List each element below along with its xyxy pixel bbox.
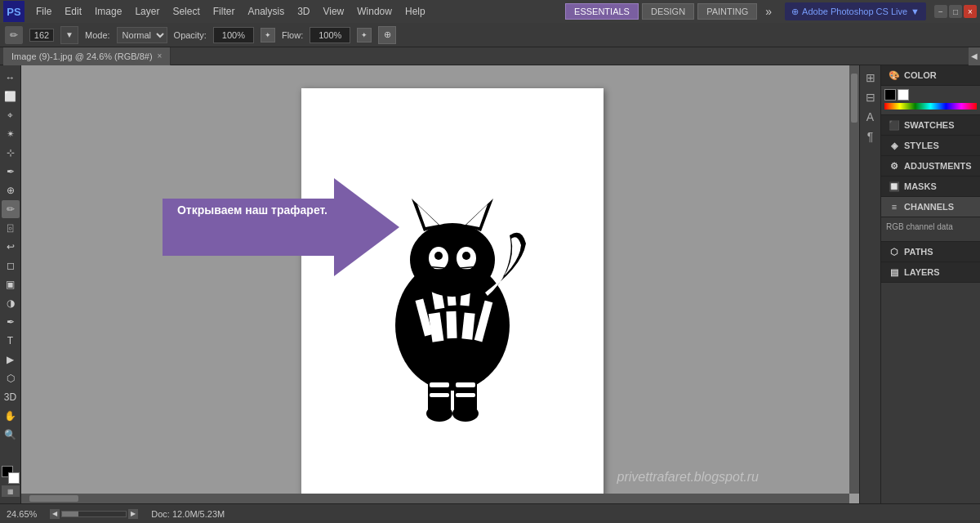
tool-move[interactable]: ↔	[2, 69, 20, 87]
tool-eraser[interactable]: ◻	[2, 257, 20, 275]
restore-button[interactable]: □	[949, 5, 962, 18]
close-button[interactable]: ×	[964, 5, 977, 18]
svg-point-12	[434, 252, 443, 260]
arrow-shape: Открываем наш трафарет.	[163, 178, 399, 276]
workspace-design[interactable]: DESIGN	[642, 3, 694, 20]
zoom-out-button[interactable]: ◀	[50, 509, 60, 519]
brush-picker-button[interactable]: ▼	[60, 26, 78, 44]
panel-layers-header[interactable]: ▤ LAYERS	[881, 262, 980, 283]
tool-clone-stamp[interactable]: ⌻	[2, 219, 20, 237]
panel-channels-header[interactable]: ≡ CHANNELS	[881, 197, 980, 217]
cs-live-button[interactable]: ⊕ Adobe Photoshop CS Live ▼	[785, 2, 926, 20]
panel-adjustments-header[interactable]: ⚙ ADJUSTMENTS	[881, 156, 980, 177]
document-tab[interactable]: Image (9)-1.jpg @ 24.6% (RGB/8#) ×	[3, 47, 171, 65]
document-canvas	[301, 88, 604, 497]
ps-logo: PS	[3, 1, 24, 22]
layers-panel-icon: ▤	[888, 266, 901, 279]
tool-brush[interactable]: ✏	[2, 200, 20, 218]
watermark: privettrafaret.blogspot.ru	[617, 470, 759, 485]
channels-panel-body: RGB channel data	[881, 217, 980, 242]
panel-masks-header[interactable]: 🔲 MASKS	[881, 177, 980, 197]
foreground-background-colors[interactable]	[2, 466, 20, 484]
tool-healing[interactable]: ⊕	[2, 181, 20, 199]
brush-size-input[interactable]: 162	[29, 29, 54, 42]
menu-layer[interactable]: Layer	[128, 0, 166, 23]
doc-size-status: Doc: 12.0M/5.23M	[151, 509, 973, 519]
tool-3d[interactable]: 3D	[2, 388, 20, 406]
menu-filter[interactable]: Filter	[207, 0, 242, 23]
menu-view[interactable]: View	[316, 0, 350, 23]
flow-airbrush-toggle[interactable]: ✦	[357, 28, 372, 42]
opacity-airbrush-toggle[interactable]: ✦	[261, 28, 275, 42]
horizontal-scroll-thumb[interactable]	[29, 495, 78, 502]
background-color[interactable]	[8, 472, 20, 484]
color-spectrum-bar[interactable]	[884, 103, 977, 110]
channels-panel-label: CHANNELS	[904, 202, 973, 212]
tool-dodge[interactable]: ◑	[2, 294, 20, 312]
right-panel-icon-3[interactable]: A	[862, 108, 880, 126]
tool-gradient[interactable]: ▣	[2, 275, 20, 293]
menu-edit[interactable]: Edit	[58, 0, 88, 23]
workspace-essentials[interactable]: ESSENTIALS	[565, 3, 639, 20]
panel-collapse-button[interactable]: ◀	[969, 47, 980, 65]
color-fg[interactable]	[884, 89, 896, 101]
tool-shape[interactable]: ⬡	[2, 369, 20, 387]
svg-rect-31	[456, 382, 475, 387]
horizontal-scrollbar[interactable]	[21, 494, 849, 503]
minimize-button[interactable]: −	[934, 5, 947, 18]
masks-panel-label: MASKS	[904, 181, 973, 191]
tool-pen[interactable]: ✒	[2, 313, 20, 331]
panel-color-header[interactable]: 🎨 COLOR	[881, 65, 980, 86]
tool-zoom[interactable]: 🔍	[2, 426, 20, 444]
tab-bar: Image (9)-1.jpg @ 24.6% (RGB/8#) × ◀	[0, 47, 980, 65]
panel-styles-header[interactable]: ◈ STYLES	[881, 136, 980, 156]
tool-quick-select[interactable]: ✴	[2, 125, 20, 143]
paths-panel-icon: ⬡	[888, 245, 901, 258]
arrow-callout: Открываем наш трафарет.	[163, 178, 399, 276]
main-layout: ↔ ⬜ ⌖ ✴ ⊹ ✒ ⊕ ✏ ⌻ ↩ ◻ ▣ ◑ ✒ T ▶ ⬡ 3D ✋ 🔍…	[0, 65, 980, 503]
current-tool-icon: ✏	[5, 26, 23, 44]
workspace-painting[interactable]: PAINTING	[697, 3, 757, 20]
svg-rect-30	[430, 393, 449, 397]
tool-path-select[interactable]: ▶	[2, 351, 20, 369]
tool-text[interactable]: T	[2, 332, 20, 350]
color-bg[interactable]	[898, 89, 909, 101]
adjustments-panel-label: ADJUSTMENTS	[904, 161, 973, 171]
menu-select[interactable]: Select	[166, 0, 206, 23]
right-panel-icon-4[interactable]: ¶	[862, 127, 880, 145]
quick-mask-mode[interactable]: ▦	[2, 485, 20, 497]
tool-eyedropper[interactable]: ✒	[2, 163, 20, 181]
menu-window[interactable]: Window	[350, 0, 399, 23]
tablet-pressure-toggle[interactable]: ⊕	[378, 26, 396, 44]
right-panel-icon-1[interactable]: ⊞	[862, 69, 880, 87]
right-panel-icon-2[interactable]: ⊟	[862, 88, 880, 106]
styles-panel-label: STYLES	[904, 141, 973, 150]
color-panel-body	[881, 86, 980, 115]
tool-hand[interactable]: ✋	[2, 407, 20, 425]
flow-input[interactable]	[310, 27, 350, 43]
zoom-slider[interactable]	[61, 511, 127, 517]
tool-history-brush[interactable]: ↩	[2, 238, 20, 256]
tab-close-button[interactable]: ×	[158, 51, 163, 60]
options-bar: ✏ 162 ▼ Mode: Normal Opacity: ✦ Flow: ✦ …	[0, 23, 980, 47]
workspace-more[interactable]: »	[760, 5, 777, 18]
opacity-label: Opacity:	[174, 30, 207, 40]
tool-select-rect[interactable]: ⬜	[2, 87, 20, 105]
menu-help[interactable]: Help	[399, 0, 432, 23]
vertical-scrollbar[interactable]	[849, 65, 859, 494]
status-bar: 24.65% ◀ ▶ Doc: 12.0M/5.23M	[0, 503, 980, 523]
menu-3d[interactable]: 3D	[291, 0, 316, 23]
panel-paths-header[interactable]: ⬡ PATHS	[881, 242, 980, 262]
zoom-in-button[interactable]: ▶	[128, 509, 138, 519]
opacity-input[interactable]	[213, 27, 254, 43]
tool-crop[interactable]: ⊹	[2, 144, 20, 162]
flow-label: Flow:	[282, 30, 303, 40]
mode-select[interactable]: Normal	[117, 27, 167, 43]
menu-analysis[interactable]: Analysis	[241, 0, 291, 23]
menu-file[interactable]: File	[29, 0, 58, 23]
vertical-scroll-thumb[interactable]	[851, 74, 858, 123]
arrow-text: Открываем наш трафарет.	[171, 203, 334, 219]
tool-lasso[interactable]: ⌖	[2, 106, 20, 124]
menu-image[interactable]: Image	[88, 0, 128, 23]
panel-swatches-header[interactable]: ⬛ SWATCHES	[881, 115, 980, 136]
